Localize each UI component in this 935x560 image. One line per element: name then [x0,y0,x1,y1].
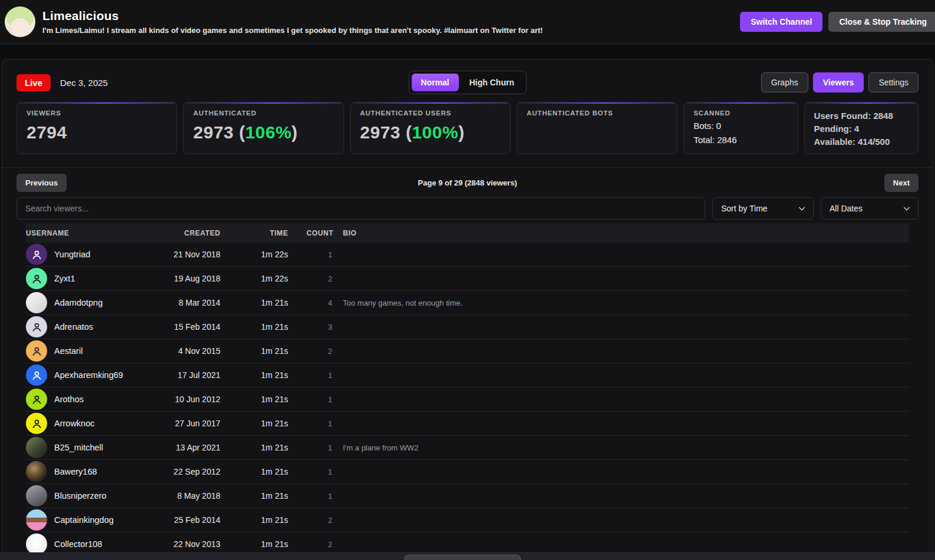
user-avatar [26,389,47,410]
table-row[interactable]: Adamdotpng 8 Mar 2014 1m 21s 4 Too many … [26,291,909,315]
header-time: TIME [220,229,288,237]
created-date: 8 Mar 2014 [167,298,220,307]
table-row[interactable]: Arrowknoc 27 Jun 2017 1m 21s 1 [26,412,909,436]
username-link[interactable]: B25_mitchell [54,443,103,452]
tab-viewers[interactable]: Viewers [813,72,864,92]
pagination: Previous Page 9 of 29 (2848 viewers) Nex… [16,173,919,193]
visit-count: 1 [288,468,333,476]
watch-time: 1m 21s [220,395,288,404]
visit-count: 1 [288,492,333,501]
table-row[interactable]: B25_mitchell 13 Apr 2021 1m 21s 1 I'm a … [26,436,909,460]
person-icon [31,321,43,333]
created-date: 17 Jul 2021 [167,370,220,380]
table-row[interactable]: Aestaril 4 Nov 2015 1m 21s 2 [26,339,909,363]
scanned-total: Total: 2846 [693,135,788,145]
person-icon [31,345,43,357]
date-filter-value: All Dates [830,204,863,213]
username-link[interactable]: Aestaril [54,346,82,356]
username-link[interactable]: Arothos [54,395,84,404]
mode-toggle: Normal High Churn [408,71,526,94]
mode-toggle-high-churn[interactable]: High Churn [460,74,524,91]
table-header: USERNAME CREATED TIME COUNT BIO [26,223,909,243]
username-link[interactable]: Yungtriad [54,250,90,259]
username-link[interactable]: Zyxt1 [54,274,75,283]
viewer-toolbar: Sort by Time All Dates [16,197,919,220]
card-authenticated: AUTHENTICATED 2973 (106%) [183,102,344,154]
card-label: AUTHENTICATED BOTS [527,110,668,117]
percent-value: 100% [412,122,458,142]
watch-time: 1m 21s [220,539,288,549]
person-icon [31,417,43,430]
username-link[interactable]: Bawery168 [54,467,97,476]
user-avatar [26,244,47,265]
sort-select-value: Sort by Time [721,204,768,213]
username-link[interactable]: Adamdotpng [54,298,103,307]
created-date: 22 Sep 2012 [167,467,220,476]
username-link[interactable]: Collector108 [54,539,102,549]
header-username: USERNAME [26,229,167,237]
switch-channel-button[interactable]: Switch Channel [740,12,822,32]
card-label: VIEWERS [27,110,167,117]
table-row[interactable]: Blusniperzero 8 May 2018 1m 21s 1 [26,484,909,508]
viewers-table: USERNAME CREATED TIME COUNT BIO Yungtria… [26,223,909,556]
user-avatar [26,534,47,555]
scanned-bots: Bots: 0 [693,121,788,131]
visit-count: 1 [288,419,333,428]
card-value: 2973 (106%) [193,122,334,143]
username-link[interactable]: Apexharemking69 [54,370,123,380]
users-found: Users Found: 2848 [814,111,908,121]
visit-count: 1 [288,371,333,380]
person-icon [31,273,43,285]
chevron-down-icon [903,204,911,213]
watch-time: 1m 21s [220,298,288,307]
card-viewers: VIEWERS 2794 [16,102,177,154]
person-icon [31,393,43,406]
view-tabs: Graphs Viewers Settings [761,72,919,92]
date-filter-select[interactable]: All Dates [821,197,919,220]
close-stop-tracking-button[interactable]: Close & Stop Tracking [828,12,935,32]
page-info: Page 9 of 29 (2848 viewers) [418,178,517,187]
sort-select[interactable]: Sort by Time [712,197,814,220]
percent-value: 106% [245,122,292,142]
user-avatar [26,509,47,531]
watch-time: 1m 22s [220,250,288,259]
created-date: 25 Feb 2014 [167,515,220,525]
available: Available: 414/500 [814,137,908,147]
created-date: 22 Nov 2013 [167,539,220,549]
card-scanned: SCANNED Bots: 0 Total: 2846 [683,102,798,154]
table-row[interactable]: Arothos 10 Jun 2012 1m 21s 1 [26,387,909,412]
tab-graphs[interactable]: Graphs [761,72,808,92]
table-row[interactable]: Apexharemking69 17 Jul 2021 1m 21s 1 [26,363,909,387]
stream-date: Dec 3, 2025 [60,78,108,88]
table-row[interactable]: Zyxt1 19 Aug 2018 1m 22s 2 [26,267,909,291]
table-row[interactable]: Captainkingdog 25 Feb 2014 1m 21s 2 [26,508,909,532]
header-bio: BIO [333,229,909,237]
user-avatar [26,292,47,313]
previous-page-button[interactable]: Previous [16,174,67,192]
user-avatar [26,485,47,506]
next-page-button[interactable]: Next [884,174,919,192]
username-link[interactable]: Captainkingdog [54,515,114,525]
user-avatar [26,340,47,362]
header-count: COUNT [288,229,333,237]
visit-count: 2 [288,540,333,549]
live-badge: Live [16,74,51,91]
card-authenticated-bots: AUTHENTICATED BOTS [517,102,678,154]
visit-count: 2 [288,516,333,525]
username-link[interactable]: Arrowknoc [54,419,95,428]
person-icon [31,248,43,261]
search-input[interactable] [16,197,705,220]
watch-time: 1m 21s [220,491,288,501]
table-row[interactable]: Adrenatos 15 Feb 2014 1m 21s 3 [26,315,909,339]
username-link[interactable]: Blusniperzero [54,491,107,501]
mode-toggle-normal[interactable]: Normal [411,74,458,91]
user-avatar [26,268,47,289]
tab-settings[interactable]: Settings [868,72,919,92]
table-row[interactable]: Bawery168 22 Sep 2012 1m 21s 1 [26,460,909,484]
viewers-section: Previous Page 9 of 29 (2848 viewers) Nex… [2,167,933,556]
card-label: SCANNED [693,110,788,117]
visit-count: 3 [288,323,333,332]
table-row[interactable]: Yungtriad 21 Nov 2018 1m 22s 1 [26,243,909,267]
username-link[interactable]: Adrenatos [54,322,93,332]
status-row: Live Dec 3, 2025 Normal High Churn Graph… [2,59,933,92]
